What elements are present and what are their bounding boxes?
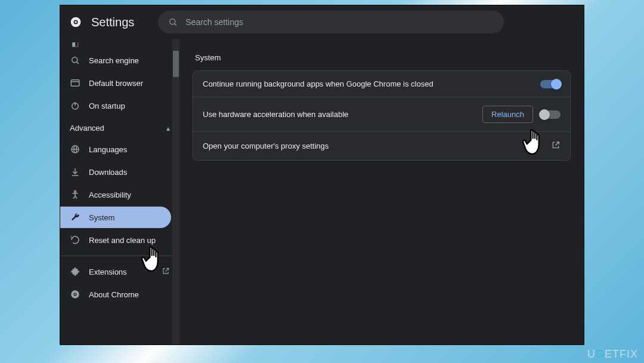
section-title: System	[195, 53, 568, 62]
relaunch-button[interactable]: Relaunch	[482, 106, 533, 123]
chrome-icon	[70, 289, 80, 300]
sidebar-item-languages[interactable]: Languages	[60, 139, 179, 160]
row-label: Use hardware acceleration when available	[203, 110, 348, 119]
section-label: Advanced	[70, 124, 104, 133]
sidebar-item-downloads[interactable]: Downloads	[60, 161, 179, 183]
search-input[interactable]	[185, 17, 494, 27]
browser-icon	[70, 78, 80, 88]
sidebar-item-label: Accessibility	[89, 190, 131, 199]
toggle-hardware-acceleration[interactable]	[540, 110, 561, 119]
settings-window: Settings ◧ Search engine Defaul	[60, 5, 584, 345]
row-hardware-acceleration: Use hardware acceleration when available…	[193, 97, 570, 132]
scroll-thumb[interactable]	[173, 51, 179, 77]
divider	[60, 256, 179, 256]
content-area: System Continue running background apps …	[179, 39, 584, 344]
toggle-knob	[551, 79, 562, 90]
sidebar-item-label: Reset and clean up	[89, 236, 156, 245]
apps-icon: ◧	[70, 42, 80, 48]
svg-line-4	[175, 24, 177, 26]
svg-point-23	[75, 294, 76, 296]
sidebar-item-search-engine[interactable]: Search engine	[60, 50, 179, 71]
header: Settings	[60, 5, 584, 39]
row-label: Continue running background apps when Go…	[203, 79, 434, 88]
page-title: Settings	[91, 16, 134, 29]
sidebar: ◧ Search engine Default browser On start…	[60, 39, 179, 344]
toggle-knob	[539, 109, 550, 120]
sidebar-item-label: Languages	[89, 145, 127, 154]
svg-point-2	[75, 21, 77, 23]
chrome-logo-icon	[70, 16, 82, 28]
sidebar-section-advanced[interactable]: Advanced ▴	[60, 118, 179, 137]
sidebar-item-on-startup[interactable]: On startup	[60, 95, 179, 116]
svg-point-16	[75, 190, 76, 192]
sidebar-item-about[interactable]: About Chrome	[60, 284, 179, 305]
sidebar-item-label: On startup	[89, 101, 125, 110]
sidebar-item-label: About Chrome	[89, 290, 139, 299]
svg-point-3	[170, 19, 175, 24]
sidebar-item-accessibility[interactable]: Accessibility	[60, 184, 179, 205]
svg-line-6	[77, 62, 79, 64]
sidebar-item-label: Extensions	[89, 267, 127, 276]
row-label: Open your computer's proxy settings	[203, 141, 329, 150]
svg-rect-7	[71, 80, 79, 87]
extension-icon	[70, 266, 80, 277]
restore-icon	[70, 235, 80, 245]
sidebar-item-default-browser[interactable]: Default browser	[60, 72, 179, 94]
sidebar-scrollbar[interactable]	[172, 39, 179, 344]
sidebar-item-label: System	[89, 213, 114, 222]
accessibility-icon	[70, 189, 80, 200]
svg-point-5	[72, 57, 78, 63]
power-icon	[70, 100, 80, 111]
row-background-apps: Continue running background apps when Go…	[193, 71, 570, 97]
sidebar-item-label: Search engine	[89, 56, 139, 65]
sidebar-item-reset[interactable]: Reset and clean up	[60, 229, 179, 251]
external-link-icon	[551, 140, 561, 152]
globe-icon	[70, 144, 80, 155]
watermark: UGETFIX	[587, 348, 638, 361]
sidebar-item-extensions[interactable]: Extensions	[60, 261, 179, 282]
external-link-icon	[162, 267, 170, 277]
chevron-up-icon: ▴	[166, 124, 170, 133]
settings-card: Continue running background apps when Go…	[193, 70, 571, 161]
toggle-background-apps[interactable]	[540, 80, 561, 88]
download-icon	[70, 167, 80, 177]
row-proxy-settings[interactable]: Open your computer's proxy settings	[193, 132, 570, 160]
wrench-icon	[70, 212, 80, 223]
sidebar-item-label: Default browser	[89, 79, 143, 88]
search-icon	[70, 55, 80, 66]
search-bar[interactable]	[158, 11, 504, 33]
sidebar-item-cut[interactable]: ◧	[60, 42, 179, 48]
search-icon	[168, 17, 178, 27]
svg-line-20	[75, 196, 77, 199]
sidebar-item-label: Downloads	[89, 168, 127, 177]
sidebar-item-system[interactable]: System	[60, 207, 171, 228]
